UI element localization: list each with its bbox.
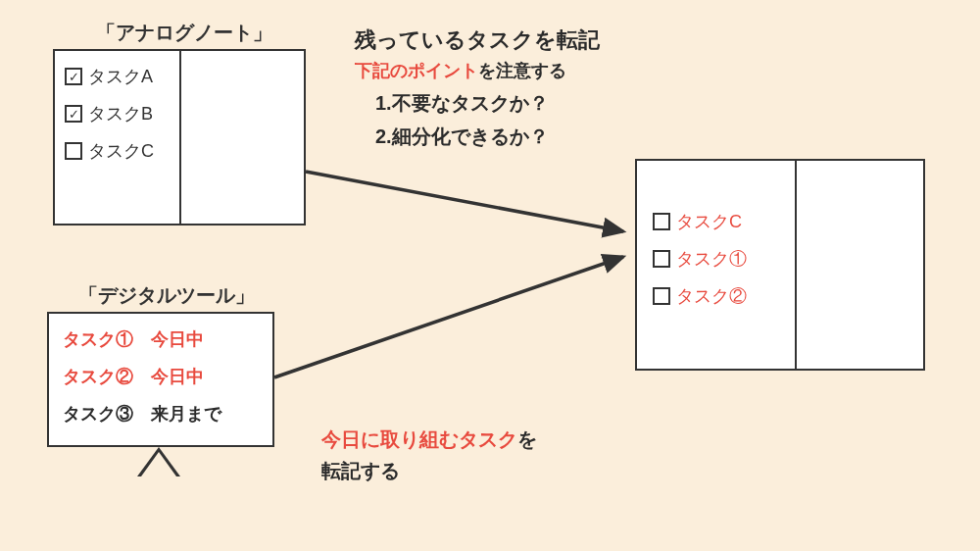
stand-inner-icon [141, 452, 176, 476]
digital-title: 「デジタルツール」 [78, 282, 255, 309]
notebook-divider [179, 51, 181, 224]
checkbox-unchecked-icon [653, 250, 670, 268]
task-label: タスク② [676, 284, 747, 308]
task-item: タスク② [653, 284, 747, 308]
task-item: ✓ タスクA [65, 65, 154, 88]
instruction-heading: 残っているタスクを転記 [355, 25, 600, 55]
instruction-sub-rest: を注意する [478, 61, 566, 80]
digital-task: タスク① [63, 327, 146, 351]
digital-row: タスク③ 来月まで [63, 402, 259, 426]
digital-row: タスク② 今日中 [63, 365, 259, 388]
checkbox-checked-icon: ✓ [65, 68, 82, 85]
checkbox-unchecked-icon [653, 287, 670, 305]
arrow-analog-to-todo [306, 172, 623, 231]
digital-task: タスク③ [63, 402, 146, 426]
todo-task-list: タスクC タスク① タスク② [653, 210, 747, 322]
analog-notebook: ✓ タスクA ✓ タスクB タスクC [53, 49, 306, 225]
todo-notebook: タスクC タスク① タスク② [635, 159, 925, 371]
task-label: タスクA [88, 65, 153, 88]
task-label: タスクB [88, 102, 153, 125]
bottom-line2: 転記する [321, 460, 400, 481]
task-label: タスク① [676, 247, 747, 271]
digital-due: 今日中 [151, 329, 204, 349]
digital-due: 来月まで [151, 404, 221, 424]
digital-tool-box: タスク① 今日中 タスク② 今日中 タスク③ 来月まで [47, 312, 274, 447]
analog-title: 「アナログノート」 [96, 20, 272, 46]
task-item: タスク① [653, 247, 747, 271]
instruction-point-2: 2.細分化できるか？ [375, 124, 549, 150]
bottom-rest: を [517, 428, 537, 450]
arrow-digital-to-todo [274, 257, 623, 377]
checkbox-checked-icon: ✓ [65, 105, 82, 123]
digital-row: タスク① 今日中 [63, 327, 259, 351]
task-label: タスクC [676, 210, 742, 233]
checkbox-unchecked-icon [653, 213, 670, 230]
task-item: ✓ タスクB [65, 102, 154, 125]
analog-task-list: ✓ タスクA ✓ タスクB タスクC [65, 65, 154, 176]
instruction-sub-highlight: 下記のポイント [355, 61, 478, 80]
digital-due: 今日中 [151, 367, 204, 386]
bottom-caption: 今日に取り組むタスクを 転記する [321, 424, 537, 486]
task-item: タスクC [65, 139, 154, 163]
task-label: タスクC [88, 139, 154, 163]
bottom-highlight: 今日に取り組むタスク [321, 428, 517, 450]
checkbox-unchecked-icon [65, 142, 82, 160]
digital-task: タスク② [63, 365, 146, 388]
instruction-point-1: 1.不要なタスクか？ [375, 90, 549, 117]
task-item: タスクC [653, 210, 747, 233]
notebook-divider [795, 161, 797, 369]
instruction-sub: 下記のポイントを注意する [355, 59, 566, 82]
